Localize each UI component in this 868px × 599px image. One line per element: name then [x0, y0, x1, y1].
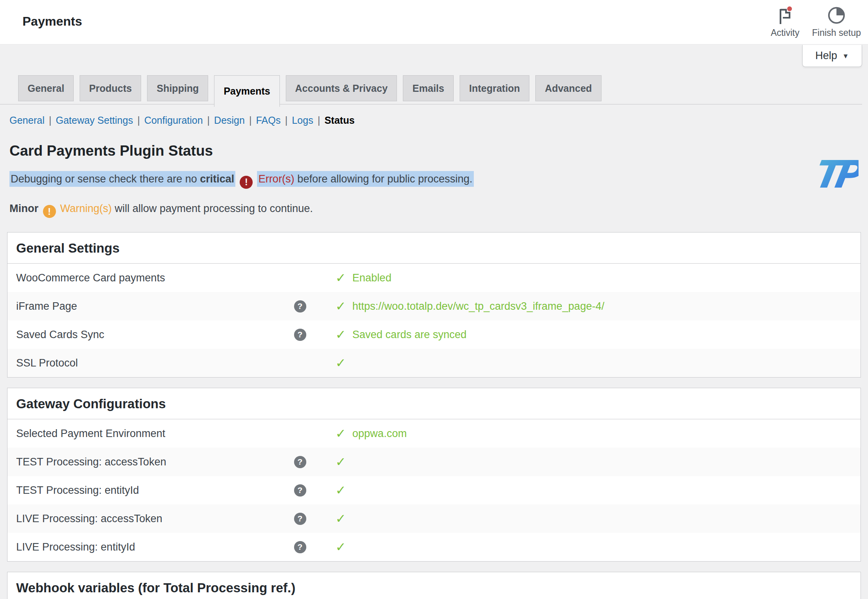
activity-label: Activity	[771, 28, 799, 38]
row-label: TEST Processing: accessToken	[7, 456, 288, 468]
tab-integration[interactable]: Integration	[460, 75, 529, 101]
subnav-item-configuration[interactable]: Configuration	[144, 115, 203, 126]
subnav-item-faqs[interactable]: FAQs	[256, 115, 281, 126]
total-processing-logo: TP	[810, 150, 859, 200]
admin-topbar: Payments Activity Finish setup	[0, 0, 868, 45]
plugin-subnav: General|Gateway Settings|Configuration|D…	[9, 115, 868, 126]
tab-accounts-privacy[interactable]: Accounts & Privacy	[286, 75, 397, 101]
subnav-separator: |	[49, 115, 52, 126]
highlighted-text: Debugging or sense check there are no cr…	[9, 171, 235, 187]
warning-icon: !	[43, 205, 56, 218]
check-icon: ✓	[335, 300, 346, 313]
check-icon: ✓	[335, 484, 346, 497]
check-icon: ✓	[335, 272, 346, 284]
section-title: Webhook variables (for Total Processing …	[7, 572, 861, 599]
row-label: SSL Protocol	[7, 357, 288, 369]
tab-shipping[interactable]: Shipping	[147, 75, 208, 101]
help-label: Help	[815, 50, 837, 62]
status-section-general-settings: General Settings WooCommerce Card paymen…	[7, 232, 861, 378]
tab-general[interactable]: General	[18, 75, 74, 101]
setup-progress-pie-icon	[827, 6, 846, 25]
help-button[interactable]: Help ▼	[802, 45, 862, 67]
table-row: TEST Processing: entityId ? ✓	[7, 476, 861, 504]
table-row: TEST Processing: accessToken ? ✓	[7, 448, 861, 476]
section-title: Gateway Configurations	[7, 388, 861, 419]
topbar-actions: Activity Finish setup	[764, 4, 867, 40]
tab-emails[interactable]: Emails	[403, 75, 454, 101]
row-label: LIVE Processing: accessToken	[7, 513, 288, 525]
subnav-separator: |	[207, 115, 210, 126]
tab-products[interactable]: Products	[80, 75, 141, 101]
check-icon: ✓	[335, 427, 346, 440]
check-icon: ✓	[335, 328, 346, 341]
table-row: Saved Cards Sync ? ✓ Saved cards are syn…	[7, 320, 861, 349]
section-rows: WooCommerce Card payments ? ✓ Enabled iF…	[7, 264, 861, 377]
table-row: SSL Protocol ? ✓	[7, 349, 861, 377]
help-icon[interactable]: ?	[294, 484, 306, 497]
section-rows: Selected Payment Environment ? ✓ oppwa.c…	[7, 419, 861, 561]
table-row: WooCommerce Card payments ? ✓ Enabled	[7, 264, 861, 292]
subnav-separator: |	[249, 115, 252, 126]
finish-setup-label: Finish setup	[812, 28, 861, 38]
logo-monogram: TP	[810, 152, 859, 196]
row-label: Saved Cards Sync	[7, 329, 288, 341]
status-section-gateway-configurations: Gateway Configurations Selected Payment …	[7, 388, 861, 562]
row-label: iFrame Page	[7, 300, 288, 313]
check-icon: ✓	[335, 512, 346, 525]
check-icon: ✓	[335, 357, 346, 369]
help-icon[interactable]: ?	[294, 300, 306, 313]
row-value-link[interactable]: oppwa.com	[352, 428, 407, 440]
table-row: LIVE Processing: entityId ? ✓	[7, 533, 861, 561]
help-icon[interactable]: ?	[294, 513, 306, 525]
row-label: Selected Payment Environment	[7, 428, 288, 440]
activity-button[interactable]: Activity	[764, 4, 806, 40]
warning-notice: Minor!Warning(s) will allow payment proc…	[9, 202, 868, 218]
activity-flag-icon	[777, 6, 793, 25]
subnav-separator: |	[318, 115, 320, 126]
check-icon: ✓	[335, 456, 346, 468]
row-value: Enabled	[352, 272, 391, 284]
subnav-item-gateway-settings[interactable]: Gateway Settings	[56, 115, 133, 126]
page-title: Card Payments Plugin Status	[9, 143, 868, 159]
row-value: Saved cards are synced	[352, 329, 467, 341]
help-icon[interactable]: ?	[294, 329, 306, 341]
error-notice: Debugging or sense check there are no cr…	[9, 172, 868, 189]
subnav-item-general[interactable]: General	[9, 115, 45, 126]
section-title: General Settings	[7, 233, 861, 264]
row-label: TEST Processing: entityId	[7, 484, 288, 497]
help-icon[interactable]: ?	[294, 456, 306, 468]
subnav-separator: |	[285, 115, 288, 126]
table-row: LIVE Processing: accessToken ? ✓	[7, 504, 861, 533]
subnav-item-logs[interactable]: Logs	[292, 115, 313, 126]
row-label: WooCommerce Card payments	[7, 272, 288, 284]
highlighted-text: Error(s) before allowing for public proc…	[257, 171, 473, 187]
row-label: LIVE Processing: entityId	[7, 541, 288, 553]
error-icon: !	[240, 176, 253, 189]
check-icon: ✓	[335, 541, 346, 553]
subnav-item-design[interactable]: Design	[214, 115, 245, 126]
subnav-item-status[interactable]: Status	[324, 115, 354, 126]
chevron-down-icon: ▼	[842, 51, 849, 60]
finish-setup-button[interactable]: Finish setup	[806, 4, 867, 40]
tab-advanced[interactable]: Advanced	[535, 75, 601, 101]
tab-payments[interactable]: Payments	[214, 75, 279, 107]
help-icon[interactable]: ?	[294, 541, 306, 553]
table-row: Selected Payment Environment ? ✓ oppwa.c…	[7, 419, 861, 448]
status-sections: General Settings WooCommerce Card paymen…	[0, 232, 868, 599]
row-value-link[interactable]: https://woo.totalp.dev/wc_tp_cardsv3_ifr…	[352, 300, 604, 313]
settings-tabs: GeneralProductsShippingPaymentsAccounts …	[0, 75, 862, 104]
status-section-webhook-variables-for-total-processing-ref: Webhook variables (for Total Processing …	[7, 572, 861, 599]
subnav-separator: |	[137, 115, 140, 126]
table-row: iFrame Page ? ✓ https://woo.totalp.dev/w…	[7, 292, 861, 320]
page-header-title: Payments	[0, 0, 868, 29]
